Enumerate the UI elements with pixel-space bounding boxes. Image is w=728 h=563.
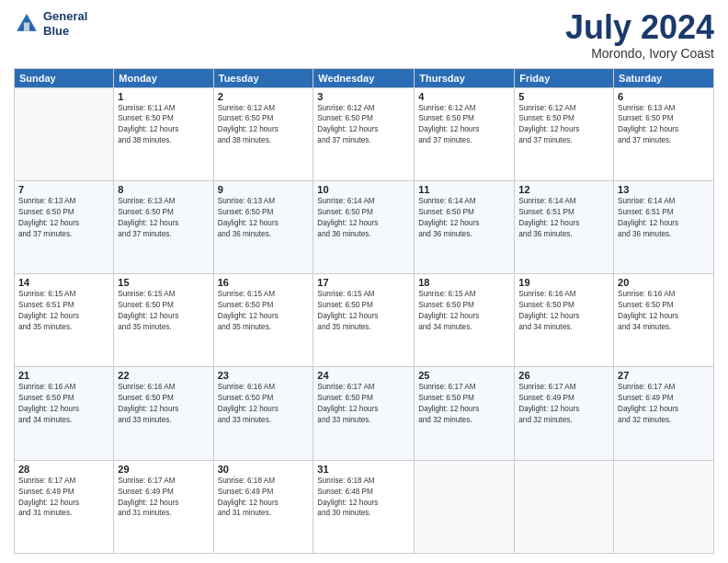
day-number: 21: [18, 370, 109, 381]
day-info: Sunrise: 6:12 AM Sunset: 6:50 PM Dayligh…: [518, 103, 609, 147]
day-number: 3: [317, 91, 410, 102]
header-day-monday: Monday: [114, 68, 213, 87]
logo: General Blue: [14, 9, 87, 38]
calendar-cell: 14Sunrise: 6:15 AM Sunset: 6:51 PM Dayli…: [15, 274, 114, 367]
day-number: 14: [18, 277, 109, 288]
day-info: Sunrise: 6:12 AM Sunset: 6:50 PM Dayligh…: [317, 103, 410, 147]
day-number: 1: [118, 91, 209, 102]
header-day-sunday: Sunday: [15, 68, 114, 87]
day-info: Sunrise: 6:18 AM Sunset: 6:49 PM Dayligh…: [218, 476, 310, 520]
day-number: 4: [418, 91, 510, 102]
month-title: July 2024: [565, 9, 714, 46]
week-row-2: 14Sunrise: 6:15 AM Sunset: 6:51 PM Dayli…: [15, 274, 714, 367]
day-info: Sunrise: 6:17 AM Sunset: 6:49 PM Dayligh…: [118, 476, 209, 520]
day-info: Sunrise: 6:14 AM Sunset: 6:50 PM Dayligh…: [418, 196, 510, 240]
header: General Blue July 2024 Morondo, Ivory Co…: [14, 9, 714, 61]
calendar-cell: 4Sunrise: 6:12 AM Sunset: 6:50 PM Daylig…: [415, 87, 515, 180]
day-number: 10: [317, 184, 410, 195]
day-number: 30: [218, 464, 310, 475]
week-row-3: 21Sunrise: 6:16 AM Sunset: 6:50 PM Dayli…: [15, 367, 714, 460]
day-info: Sunrise: 6:14 AM Sunset: 6:51 PM Dayligh…: [518, 196, 609, 240]
calendar-cell: 27Sunrise: 6:17 AM Sunset: 6:49 PM Dayli…: [614, 367, 714, 460]
day-number: 12: [518, 184, 609, 195]
day-info: Sunrise: 6:17 AM Sunset: 6:50 PM Dayligh…: [418, 382, 510, 426]
header-row: SundayMondayTuesdayWednesdayThursdayFrid…: [15, 68, 714, 87]
calendar-cell: 26Sunrise: 6:17 AM Sunset: 6:49 PM Dayli…: [515, 367, 614, 460]
day-number: 16: [218, 277, 310, 288]
day-number: 26: [518, 370, 609, 381]
header-day-saturday: Saturday: [614, 68, 714, 87]
day-info: Sunrise: 6:11 AM Sunset: 6:50 PM Dayligh…: [118, 103, 209, 147]
day-number: 20: [618, 277, 710, 288]
day-number: 15: [118, 277, 209, 288]
calendar-cell: [515, 460, 614, 553]
header-day-wednesday: Wednesday: [313, 68, 415, 87]
day-info: Sunrise: 6:17 AM Sunset: 6:50 PM Dayligh…: [317, 382, 410, 426]
day-number: 29: [118, 464, 209, 475]
calendar-cell: 11Sunrise: 6:14 AM Sunset: 6:50 PM Dayli…: [415, 180, 515, 273]
logo-line2: Blue: [43, 24, 87, 39]
logo-text: General Blue: [43, 9, 87, 38]
calendar-cell: [15, 87, 114, 180]
day-info: Sunrise: 6:12 AM Sunset: 6:50 PM Dayligh…: [418, 103, 510, 147]
day-number: 13: [618, 184, 710, 195]
day-info: Sunrise: 6:16 AM Sunset: 6:50 PM Dayligh…: [18, 382, 109, 426]
calendar-cell: 23Sunrise: 6:16 AM Sunset: 6:50 PM Dayli…: [213, 367, 313, 460]
day-number: 8: [118, 184, 209, 195]
calendar-cell: 31Sunrise: 6:18 AM Sunset: 6:48 PM Dayli…: [313, 460, 415, 553]
day-number: 7: [18, 184, 109, 195]
day-number: 5: [518, 91, 609, 102]
day-number: 28: [18, 464, 109, 475]
calendar-cell: 10Sunrise: 6:14 AM Sunset: 6:50 PM Dayli…: [313, 180, 415, 273]
week-row-4: 28Sunrise: 6:17 AM Sunset: 6:49 PM Dayli…: [15, 460, 714, 553]
day-info: Sunrise: 6:16 AM Sunset: 6:50 PM Dayligh…: [618, 289, 710, 333]
calendar-cell: 9Sunrise: 6:13 AM Sunset: 6:50 PM Daylig…: [213, 180, 313, 273]
day-info: Sunrise: 6:15 AM Sunset: 6:50 PM Dayligh…: [418, 289, 510, 333]
day-info: Sunrise: 6:17 AM Sunset: 6:49 PM Dayligh…: [518, 382, 609, 426]
header-day-tuesday: Tuesday: [213, 68, 313, 87]
day-info: Sunrise: 6:15 AM Sunset: 6:50 PM Dayligh…: [118, 289, 209, 333]
day-number: 27: [618, 370, 710, 381]
day-info: Sunrise: 6:16 AM Sunset: 6:50 PM Dayligh…: [118, 382, 209, 426]
day-info: Sunrise: 6:16 AM Sunset: 6:50 PM Dayligh…: [218, 382, 310, 426]
page: General Blue July 2024 Morondo, Ivory Co…: [0, 0, 728, 563]
calendar-cell: 19Sunrise: 6:16 AM Sunset: 6:50 PM Dayli…: [515, 274, 614, 367]
calendar-cell: 18Sunrise: 6:15 AM Sunset: 6:50 PM Dayli…: [415, 274, 515, 367]
day-info: Sunrise: 6:13 AM Sunset: 6:50 PM Dayligh…: [218, 196, 310, 240]
day-number: 9: [218, 184, 310, 195]
day-number: 22: [118, 370, 209, 381]
day-number: 23: [218, 370, 310, 381]
calendar-cell: 16Sunrise: 6:15 AM Sunset: 6:50 PM Dayli…: [213, 274, 313, 367]
week-row-1: 7Sunrise: 6:13 AM Sunset: 6:50 PM Daylig…: [15, 180, 714, 273]
calendar-cell: 15Sunrise: 6:15 AM Sunset: 6:50 PM Dayli…: [114, 274, 213, 367]
day-info: Sunrise: 6:15 AM Sunset: 6:51 PM Dayligh…: [18, 289, 109, 333]
day-number: 11: [418, 184, 510, 195]
day-number: 24: [317, 370, 410, 381]
calendar-cell: 22Sunrise: 6:16 AM Sunset: 6:50 PM Dayli…: [114, 367, 213, 460]
header-day-thursday: Thursday: [415, 68, 515, 87]
calendar-cell: 21Sunrise: 6:16 AM Sunset: 6:50 PM Dayli…: [15, 367, 114, 460]
day-number: 19: [518, 277, 609, 288]
day-info: Sunrise: 6:13 AM Sunset: 6:50 PM Dayligh…: [118, 196, 209, 240]
day-info: Sunrise: 6:15 AM Sunset: 6:50 PM Dayligh…: [218, 289, 310, 333]
svg-rect-2: [24, 22, 29, 30]
calendar-cell: 13Sunrise: 6:14 AM Sunset: 6:51 PM Dayli…: [614, 180, 714, 273]
calendar-cell: 28Sunrise: 6:17 AM Sunset: 6:49 PM Dayli…: [15, 460, 114, 553]
calendar-cell: 3Sunrise: 6:12 AM Sunset: 6:50 PM Daylig…: [313, 87, 415, 180]
day-info: Sunrise: 6:16 AM Sunset: 6:50 PM Dayligh…: [518, 289, 609, 333]
day-info: Sunrise: 6:13 AM Sunset: 6:50 PM Dayligh…: [18, 196, 109, 240]
calendar-cell: 6Sunrise: 6:13 AM Sunset: 6:50 PM Daylig…: [614, 87, 714, 180]
day-number: 6: [618, 91, 710, 102]
day-info: Sunrise: 6:13 AM Sunset: 6:50 PM Dayligh…: [618, 103, 710, 147]
day-number: 18: [418, 277, 510, 288]
logo-icon: [14, 11, 40, 37]
calendar-cell: 20Sunrise: 6:16 AM Sunset: 6:50 PM Dayli…: [614, 274, 714, 367]
title-block: July 2024 Morondo, Ivory Coast: [565, 9, 714, 61]
day-number: 2: [218, 91, 310, 102]
location-title: Morondo, Ivory Coast: [565, 46, 714, 61]
calendar-cell: 17Sunrise: 6:15 AM Sunset: 6:50 PM Dayli…: [313, 274, 415, 367]
calendar-cell: 8Sunrise: 6:13 AM Sunset: 6:50 PM Daylig…: [114, 180, 213, 273]
day-number: 25: [418, 370, 510, 381]
calendar-cell: 2Sunrise: 6:12 AM Sunset: 6:50 PM Daylig…: [213, 87, 313, 180]
day-info: Sunrise: 6:14 AM Sunset: 6:50 PM Dayligh…: [317, 196, 410, 240]
